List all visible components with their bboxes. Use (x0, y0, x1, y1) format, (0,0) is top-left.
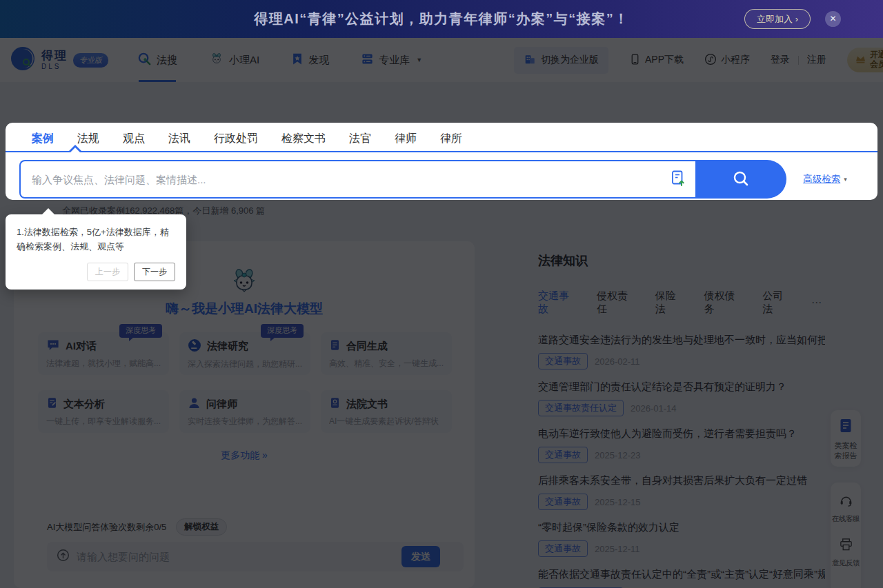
tooltip-arrow-icon (41, 208, 55, 215)
upload-document-icon[interactable] (670, 170, 686, 190)
search-button[interactable] (695, 160, 786, 199)
search-input[interactable] (32, 174, 670, 185)
promo-banner-title: 得理AI“青律”公益计划，助力青年律师“办案”与“接案”！ (254, 10, 629, 28)
search-tab-legal-news[interactable]: 法讯 (168, 132, 190, 146)
advanced-search: 高级检索 ▾ (786, 160, 864, 199)
join-now-button[interactable]: 立即加入 › (744, 9, 811, 29)
tour-next-button[interactable]: 下一步 (134, 263, 175, 281)
tooltip-text: 1.法律数据检索，5亿+法律数据库，精确检索案例、法规、观点等 (17, 225, 175, 254)
search-panel: 案例 法规 观点 法讯 行政处罚 检察文书 法官 律师 律所 高级检索 ▾ (6, 123, 877, 200)
magnifier-icon (732, 170, 750, 190)
advanced-search-link[interactable]: 高级检索 (803, 173, 840, 185)
tour-tooltip: 1.法律数据检索，5亿+法律数据库，精确检索案例、法规、观点等 上一步 下一步 (6, 214, 186, 290)
tour-prev-button[interactable]: 上一步 (87, 263, 128, 281)
search-input-wrapper (19, 160, 695, 199)
search-tab-cases[interactable]: 案例 (32, 132, 54, 146)
search-tab-law-firms[interactable]: 律所 (440, 132, 462, 146)
search-tabs: 案例 法规 观点 法讯 行政处罚 检察文书 法官 律师 律所 (6, 123, 877, 146)
chevron-down-icon[interactable]: ▾ (844, 176, 847, 183)
close-icon: ✕ (829, 14, 836, 23)
search-tab-lawyers[interactable]: 律师 (395, 132, 417, 146)
active-tab-rule (6, 151, 877, 152)
search-tab-regulations[interactable]: 法规 (77, 132, 99, 146)
search-tab-procuratorial-docs[interactable]: 检察文书 (281, 132, 326, 146)
search-row: 高级检索 ▾ (19, 160, 864, 199)
banner-close-button[interactable]: ✕ (825, 11, 841, 27)
search-tab-judges[interactable]: 法官 (349, 132, 371, 146)
search-tab-viewpoints[interactable]: 观点 (123, 132, 145, 146)
tour-dim-overlay (0, 38, 883, 588)
search-tab-admin-penalty[interactable]: 行政处罚 (214, 132, 258, 146)
promo-banner: 得理AI“青律”公益计划，助力青年律师“办案”与“接案”！ 立即加入 › ✕ (0, 0, 883, 38)
